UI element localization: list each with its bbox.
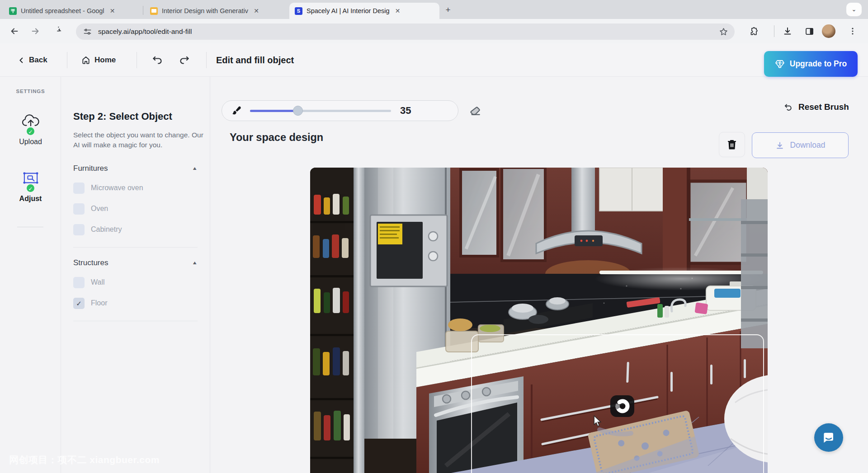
site-settings-icon[interactable] — [83, 28, 92, 36]
checkbox-floor[interactable] — [73, 298, 85, 309]
watermark-text: 网创项目：项不二 xiangbuer.com — [9, 454, 160, 466]
tab-spreadsheet[interactable]: Untitled spreadsheet - Googl ✕ — [4, 3, 141, 19]
checkbox-row-oven[interactable]: Oven — [73, 203, 203, 215]
bookmark-star-icon[interactable] — [719, 27, 728, 37]
brush-size-slider[interactable] — [250, 110, 391, 112]
downloads-icon[interactable] — [781, 25, 794, 37]
step-adjust[interactable]: ✓ Adjust — [0, 171, 61, 203]
back-icon[interactable] — [8, 25, 21, 37]
section-furnitures-label: Furnitures — [73, 164, 108, 173]
section-structures-label: Structures — [73, 258, 108, 267]
undo-button[interactable] — [152, 43, 163, 77]
design-canvas[interactable] — [310, 168, 768, 473]
checkbox-row-microwave-oven[interactable]: Microwave oven — [73, 183, 203, 194]
new-tab-button[interactable]: + — [442, 4, 454, 16]
slider-fill — [250, 110, 298, 112]
chevron-up-icon[interactable]: ▲ — [192, 260, 198, 266]
slider-thumb[interactable] — [293, 106, 303, 116]
reset-brush-label: Reset Brush — [798, 102, 849, 112]
browser-tab-strip: Untitled spreadsheet - Googl ✕ Interior … — [0, 0, 868, 19]
brush-icon — [231, 105, 242, 116]
trash-icon — [727, 139, 737, 150]
extensions-icon[interactable] — [748, 25, 760, 37]
editor-main: 35 Reset Brush Your space design Downloa… — [210, 77, 868, 473]
tab-close-icon[interactable]: ✕ — [108, 7, 117, 15]
app-header: Back Home Edit and fill object Upgrade t… — [0, 43, 868, 77]
spinner-icon — [614, 398, 631, 414]
header-divider — [137, 52, 137, 68]
step-adjust-label: Adjust — [0, 195, 61, 203]
checkbox-label: Microwave oven — [91, 184, 143, 192]
page-title: Edit and fill object — [216, 43, 294, 77]
home-button[interactable]: Home — [81, 43, 116, 77]
header-divider — [206, 52, 207, 68]
brush-size-control: 35 — [222, 100, 458, 121]
delete-design-button[interactable] — [719, 132, 745, 157]
panel-divider — [73, 247, 198, 248]
profile-avatar[interactable] — [822, 24, 835, 38]
home-icon — [81, 56, 90, 65]
download-label: Download — [790, 140, 826, 150]
step-upload[interactable]: ✓ Upload — [0, 114, 61, 146]
rail-divider — [17, 227, 43, 227]
chevron-up-icon[interactable]: ▲ — [192, 166, 198, 171]
tab-title: Interior Design with Generativ — [162, 7, 248, 14]
undo-icon — [152, 55, 163, 66]
support-chat-button[interactable] — [814, 423, 843, 452]
chevron-left-icon — [18, 57, 25, 64]
download-button[interactable]: Download — [752, 132, 849, 158]
browser-toolbar: spacely.ai/app/tool/edit-and-fill — [0, 19, 868, 43]
checkbox-label: Wall — [91, 278, 105, 286]
back-button[interactable]: Back — [18, 43, 47, 77]
browser-menu-icon[interactable] — [846, 25, 859, 37]
microwave — [370, 215, 447, 286]
upload-complete-check-icon: ✓ — [26, 126, 35, 136]
brush-size-value: 35 — [400, 105, 411, 117]
reload-icon[interactable] — [50, 25, 62, 37]
spacely-favicon-icon: S — [295, 7, 302, 15]
upgrade-to-pro-button[interactable]: Upgrade to Pro — [764, 51, 858, 77]
forward-icon[interactable] — [29, 25, 42, 37]
eraser-button[interactable] — [468, 104, 482, 118]
tab-close-icon[interactable]: ✕ — [252, 7, 260, 15]
checkbox-label: Oven — [91, 205, 108, 213]
download-icon — [775, 141, 784, 150]
redo-button[interactable] — [179, 43, 190, 77]
mouse-cursor — [593, 415, 603, 427]
address-bar[interactable]: spacely.ai/app/tool/edit-and-fill — [76, 23, 735, 40]
reset-icon — [783, 103, 793, 112]
home-label: Home — [94, 56, 116, 65]
adjust-complete-check-icon: ✓ — [26, 183, 35, 193]
redo-icon — [179, 55, 190, 66]
space-design-title: Your space design — [230, 131, 323, 144]
panel-title: Step 2: Select Object — [73, 111, 203, 122]
section-furnitures[interactable]: Furnitures ▲ — [73, 164, 203, 173]
settings-rail: SETTINGS ✓ Upload ✓ Adjust — [0, 77, 61, 473]
reset-brush-button[interactable]: Reset Brush — [783, 102, 849, 112]
checkbox-label: Cabinetry — [91, 225, 122, 234]
tab-interior-design-doc[interactable]: Interior Design with Generativ ✕ — [145, 3, 287, 19]
tab-close-icon[interactable]: ✕ — [394, 7, 402, 15]
tab-search-button[interactable]: ⌄ — [846, 3, 862, 16]
gem-icon — [775, 60, 785, 69]
header-divider — [67, 52, 67, 68]
checkbox-row-floor[interactable]: Floor — [73, 298, 203, 309]
url-text[interactable]: spacely.ai/app/tool/edit-and-fill — [98, 28, 719, 36]
checkbox-wall[interactable] — [73, 277, 85, 288]
chat-bubble-icon — [822, 431, 835, 445]
panel-divider — [73, 321, 198, 321]
tab-divider — [143, 6, 143, 15]
processing-spinner-badge — [610, 395, 634, 417]
checkbox-row-cabinetry[interactable]: Cabinetry — [73, 224, 203, 235]
checkbox-microwave-oven[interactable] — [73, 183, 85, 194]
eraser-icon — [469, 105, 481, 117]
panel-subtitle: Select the object you want to change. Ou… — [73, 130, 203, 150]
side-panel-icon[interactable] — [803, 25, 816, 37]
tab-title: Spacely AI | AI Interior Desig — [307, 7, 390, 14]
sheets-favicon-icon — [9, 7, 17, 15]
checkbox-oven[interactable] — [73, 203, 85, 215]
section-structures[interactable]: Structures ▲ — [73, 258, 203, 267]
checkbox-cabinetry[interactable] — [73, 224, 85, 235]
tab-spacely-active[interactable]: S Spacely AI | AI Interior Desig ✕ — [289, 3, 439, 19]
checkbox-row-wall[interactable]: Wall — [73, 277, 203, 288]
